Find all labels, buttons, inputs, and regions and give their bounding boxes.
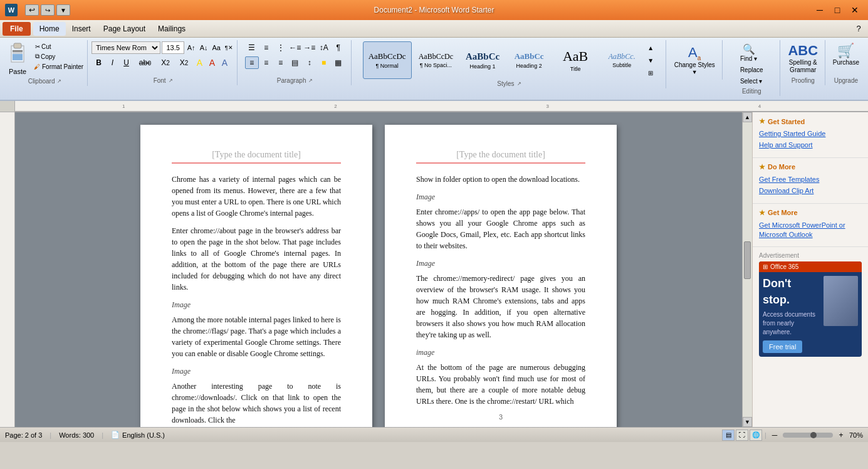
find-button[interactable]: 🔍 Find ▾ (737, 41, 760, 64)
purchase-button[interactable]: 🛒 Purchase (829, 41, 863, 67)
italic-button[interactable]: I (107, 56, 118, 69)
page2-content[interactable]: Show in folder option to open the downlo… (416, 174, 585, 407)
font-expand-icon[interactable]: ↗ (169, 78, 173, 83)
change-styles-section: Aa Change Styles ▼ (667, 40, 723, 80)
bullet-list-button[interactable]: ☰ (245, 41, 259, 54)
increase-indent-button[interactable]: →≡ (303, 41, 316, 54)
page2-para1: Show in folder option to open the downlo… (416, 174, 585, 185)
style-heading2-button[interactable]: AaBbCc Heading 2 (506, 41, 552, 79)
style-title-button[interactable]: AaB Title (553, 41, 598, 79)
scroll-up-button[interactable]: ▲ (743, 112, 752, 122)
word-count-status: Words: 300 (59, 431, 94, 439)
print-view-button[interactable]: ▤ (722, 429, 735, 441)
clipboard-expand-icon[interactable]: ↗ (57, 78, 61, 84)
text-highlight-button[interactable]: A (194, 57, 205, 68)
scroll-thumb[interactable] (744, 241, 751, 279)
scroll-area[interactable]: [Type the document title] Chrome has a v… (15, 112, 752, 427)
styles-scroll-down-button[interactable]: ▼ (646, 54, 656, 66)
line-spacing-button[interactable]: ↕ (303, 56, 316, 69)
change-case-button[interactable]: Aa (211, 42, 222, 53)
copy-button[interactable]: ⧉ Copy (33, 52, 85, 61)
shading-button[interactable]: ■ (317, 56, 331, 69)
show-marks-button[interactable]: ¶ (332, 41, 345, 54)
status-separator1: | (50, 431, 51, 439)
styles-expand-button[interactable]: ⊞ (646, 66, 656, 79)
change-styles-button[interactable]: Aa Change Styles ▼ (670, 41, 719, 78)
style-normal-button[interactable]: AaBbCcDc ¶ Normal (363, 41, 412, 79)
zoom-slider[interactable] (783, 433, 833, 438)
replace-button[interactable]: Replace (737, 65, 766, 75)
align-center-button[interactable]: ≡ (259, 56, 273, 69)
style-normal-label: ¶ Normal (376, 63, 399, 69)
borders-button[interactable]: ▦ (332, 56, 345, 69)
superscript-button[interactable]: X2 (175, 56, 193, 69)
spelling-button[interactable]: ABC Spelling &Grammar (785, 41, 820, 75)
styles-expand-icon[interactable]: ↗ (517, 81, 521, 87)
decrease-font-button[interactable]: A↓ (198, 42, 209, 53)
help-support-link[interactable]: Help and Support (759, 140, 862, 150)
zoom-out-button[interactable]: ─ (769, 430, 780, 440)
customize-button[interactable]: ▼ (56, 4, 70, 16)
insert-menu-item[interactable]: Insert (66, 22, 97, 36)
full-screen-button[interactable]: ⛶ (736, 429, 748, 441)
font-family-select[interactable]: Times New Rom (92, 41, 160, 54)
cut-button[interactable]: ✂ Cut (33, 43, 85, 51)
redo-button[interactable]: ↪ (41, 4, 55, 16)
help-button[interactable]: ? (852, 22, 865, 36)
ad-content: Don't stop. Access documents from nearly… (759, 272, 862, 356)
minimize-button[interactable]: ─ (812, 4, 828, 16)
justify-button[interactable]: ▤ (288, 56, 302, 69)
underline-button[interactable]: U (119, 56, 133, 69)
page1-content[interactable]: Chrome has a variety of internal pages w… (172, 174, 341, 426)
multilevel-list-button[interactable]: ⋮ (274, 41, 288, 54)
page-layout-menu-item[interactable]: Page Layout (97, 22, 152, 36)
download-clip-art-link[interactable]: Download Clip Art (759, 186, 862, 196)
paragraph-expand-icon[interactable]: ↗ (308, 78, 313, 83)
style-heading1-button[interactable]: AaBbCc Heading 1 (460, 41, 505, 79)
scissors-icon: ✂ (35, 43, 40, 50)
paste-button[interactable]: Paste (5, 41, 30, 76)
zoom-in-button[interactable]: + (835, 430, 847, 440)
select-button[interactable]: Select ▾ (737, 76, 766, 87)
undo-button[interactable]: ↩ (25, 4, 39, 16)
office365-text: Office 365 (770, 263, 798, 270)
subscript-button[interactable]: X2 (157, 56, 174, 69)
font-color-button[interactable]: A (206, 57, 217, 68)
style-heading2-preview: AaBbCc (515, 51, 544, 61)
mailings-menu-item[interactable]: Mailings (152, 22, 192, 36)
strikethrough-button[interactable]: abc (135, 56, 155, 69)
bold-button[interactable]: B (92, 56, 106, 69)
decrease-indent-button[interactable]: ←≡ (288, 41, 302, 54)
replace-label: Replace (740, 66, 763, 73)
web-view-button[interactable]: 🌐 (750, 429, 762, 441)
free-templates-link[interactable]: Get Free Templates (759, 175, 862, 184)
scroll-track[interactable] (743, 122, 752, 417)
editing-content: 🔍 Find ▾ Replace Select ▾ (737, 41, 766, 87)
text-effects-button[interactable]: A (219, 57, 230, 68)
home-menu-item[interactable]: Home (33, 22, 66, 36)
scroll-down-button[interactable]: ▼ (743, 417, 752, 427)
page1-title[interactable]: [Type the document title] (172, 150, 341, 164)
maximize-button[interactable]: □ (829, 4, 845, 16)
file-menu-button[interactable]: File (3, 22, 31, 36)
zoom-slider-thumb[interactable] (810, 432, 817, 438)
get-powerpoint-link[interactable]: Get Microsoft PowerPoint or Microsoft Ou… (759, 221, 862, 240)
align-left-button[interactable]: ≡ (245, 56, 259, 69)
paragraph-content: ☰ ≡ ⋮ ←≡ →≡ ↕A ¶ ≡ ≡ ≡ ▤ ↕ ■ ▦ (245, 41, 345, 76)
increase-font-button[interactable]: A↑ (186, 42, 197, 53)
close-button[interactable]: ✕ (847, 4, 863, 16)
free-trial-button[interactable]: Free trial (763, 340, 802, 353)
styles-scroll-up-button[interactable]: ▲ (646, 41, 656, 54)
align-right-button[interactable]: ≡ (274, 56, 288, 69)
style-no-spacing-button[interactable]: AaBbCcDc ¶ No Spaci... (413, 41, 459, 79)
numbered-list-button[interactable]: ≡ (259, 41, 273, 54)
format-painter-button[interactable]: 🖌 Format Painter (33, 62, 85, 71)
font-size-input[interactable] (162, 41, 184, 54)
page2-title[interactable]: [Type the document title] (416, 150, 585, 164)
getting-started-guide-link[interactable]: Getting Started Guide (759, 129, 862, 139)
style-subtitle-button[interactable]: AaBbCc. Subtitle (599, 41, 644, 79)
ad-subtitle: Access documents from nearly anywhere. (763, 310, 821, 337)
vertical-scrollbar[interactable]: ▲ ▼ (742, 112, 752, 427)
clear-formatting-button[interactable]: ¶✕ (223, 42, 234, 53)
sort-button[interactable]: ↕A (317, 41, 331, 54)
